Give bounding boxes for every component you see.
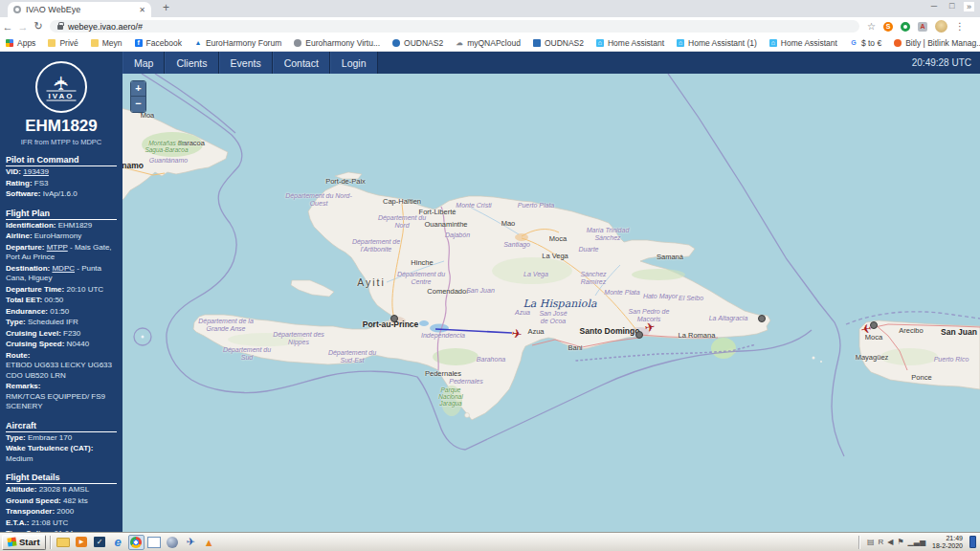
bookmark-item[interactable]: ⌂ Home Assistant <box>769 38 837 48</box>
speaker-icon[interactable]: ◀ <box>887 538 893 547</box>
bookmark-item[interactable]: Euroharmony Virtu... <box>294 38 380 48</box>
internet-explorer-icon[interactable] <box>110 535 126 550</box>
bookmark-apps[interactable]: Apps <box>6 38 35 48</box>
info-link[interactable]: MDPC <box>52 264 75 273</box>
map-svg[interactable] <box>122 74 980 532</box>
window-icon[interactable] <box>146 535 163 550</box>
info-link[interactable]: 193439 <box>23 167 49 176</box>
nav-item[interactable]: Events <box>219 52 273 74</box>
bookmark-favicon-icon: ⌂ <box>769 39 777 47</box>
plane-marker-2[interactable]: ✈ <box>644 320 657 335</box>
extension-green-icon[interactable] <box>901 22 910 32</box>
bookmark-item[interactable]: ⌂ Home Assistant (1) <box>677 38 757 48</box>
https-lock-icon <box>57 25 63 30</box>
windows-logo-icon <box>7 537 16 546</box>
back-icon[interactable]: ← <box>0 21 15 33</box>
flight-route-summary: IFR from MTPP to MDPC <box>6 138 117 146</box>
bookmarks-overflow-icon[interactable]: » <box>964 2 974 11</box>
tab-close-icon[interactable]: ✕ <box>139 6 145 14</box>
parque-jaragua <box>441 386 462 416</box>
airport-dot-santo-domingo[interactable] <box>635 331 643 339</box>
utc-clock: 20:49:28 UTC <box>903 52 980 74</box>
signal-icon[interactable]: ▁▃▅ <box>908 538 925 547</box>
bookmark-favicon-icon <box>392 39 400 47</box>
info-link[interactable]: MTPP <box>47 243 68 252</box>
info-row: Type: Scheduled IFR <box>6 318 117 328</box>
bookmark-favicon-icon <box>894 39 902 47</box>
bookmark-favicon-icon: ☁ <box>456 39 463 47</box>
system-tray: ▤R◀⚑▁▃▅ 21:49 18-2-2020 <box>855 535 978 549</box>
url-text[interactable]: webeye.ivao.aero/# <box>68 22 143 32</box>
bookmark-item[interactable]: f Facebook <box>135 38 182 48</box>
explorer-icon[interactable] <box>56 535 72 550</box>
info-row: Cruising Level: F230 <box>6 329 117 340</box>
bookmark-item[interactable]: G $ to € <box>850 38 881 48</box>
bookmark-item[interactable]: ☁ myQNAPcloud <box>456 38 521 48</box>
chrome-icon[interactable] <box>128 535 145 550</box>
zoom-out-button[interactable]: − <box>131 97 145 112</box>
bookmark-item[interactable]: OUDNAS2 <box>392 38 443 48</box>
map-canvas[interactable]: MoaBaracoaMontañas de Sagua-BaracoaGuant… <box>122 74 980 532</box>
window-minimize-icon[interactable]: ─ <box>931 1 937 11</box>
info-row: Altitude: 23028 ft AMSL <box>6 485 117 496</box>
nav-item[interactable]: Login <box>330 52 378 74</box>
browser-tab[interactable]: IVAO WebEye ✕ <box>8 2 151 17</box>
bookmark-star-icon[interactable]: ☆ <box>867 21 876 32</box>
lake-azuei <box>419 320 429 326</box>
extension-red-icon[interactable]: A <box>918 22 927 32</box>
airport-dot-port-au-prince[interactable] <box>390 315 398 322</box>
bookmark-item[interactable]: Bitly | Bitlink Manag... <box>894 38 980 48</box>
taskbar: Start ▤R◀⚑▁▃▅ 21:49 18-2-2020 <box>0 532 980 551</box>
bookmark-item[interactable]: OUDNAS2 <box>533 38 584 48</box>
plane-marker-ehm1829[interactable]: ✈ <box>511 327 523 341</box>
forward-icon[interactable]: → <box>15 21 31 33</box>
bookmark-item[interactable]: Privé <box>48 38 78 48</box>
profile-avatar[interactable] <box>935 20 947 33</box>
new-tab-button[interactable]: + <box>163 1 169 14</box>
address-bar[interactable]: webeye.ivao.aero/# <box>50 20 859 33</box>
urban-guantanamo <box>124 163 136 168</box>
bookmark-favicon-icon: ⌂ <box>596 39 604 47</box>
globe-icon[interactable] <box>165 535 181 550</box>
plane-marker-3[interactable]: ✈ <box>860 322 873 337</box>
reload-icon[interactable]: ↻ <box>31 20 46 33</box>
show-desktop-button[interactable] <box>969 536 976 548</box>
zoom-in-button[interactable]: + <box>131 81 145 97</box>
island-tortuga <box>335 172 362 179</box>
bookmark-favicon-icon: ▲ <box>194 39 202 47</box>
vlc-icon[interactable] <box>201 535 217 550</box>
section-title: Aircraft <box>6 421 117 432</box>
lake-enriquillo <box>430 324 449 333</box>
bookmark-item[interactable]: ⌂ Home Assistant <box>596 38 664 48</box>
section-title: Flight Details <box>6 473 117 484</box>
tray-clock[interactable]: 21:49 18-2-2020 <box>932 535 963 549</box>
bookmark-favicon-icon <box>91 39 99 47</box>
nav-item[interactable]: Clients <box>165 52 218 74</box>
bookmark-favicon-icon <box>48 39 56 47</box>
r-app-icon[interactable]: R <box>879 538 884 547</box>
info-row: Total EET: 00:50 <box>6 296 117 306</box>
bookmark-favicon-icon <box>6 39 13 47</box>
start-button[interactable]: Start <box>2 535 46 550</box>
flight-sim-icon[interactable] <box>183 535 199 550</box>
extension-orange-icon[interactable]: S <box>883 22 893 32</box>
taskbar-divider <box>50 536 51 549</box>
flag-icon[interactable]: ⚑ <box>897 538 903 547</box>
bookmarks-bar: Apps Privé Meyn f Facebook ▲ EuroHarmony… <box>0 35 980 52</box>
window-maximize-icon[interactable]: □ <box>949 1 954 11</box>
flight-info-sidebar: ✈ IVAO EHM1829 IFR from MTPP to MDPC Pil… <box>0 52 122 532</box>
webeye-navbar: MapClientsEventsContactLogin 20:49:28 UT… <box>122 52 980 74</box>
tasks-icon[interactable] <box>92 535 108 550</box>
mediaplayer-icon[interactable] <box>74 535 90 550</box>
ivao-logo: ✈ IVAO <box>35 61 87 113</box>
island-monito <box>820 361 822 363</box>
bookmark-item[interactable]: ▲ EuroHarmony Forum <box>194 38 281 48</box>
printer-icon[interactable]: ▤ <box>867 538 875 547</box>
nav-item[interactable]: Contact <box>273 52 330 74</box>
samana-ridge <box>632 269 685 280</box>
airport-dot-punta-cana[interactable] <box>758 315 766 322</box>
bookmark-item[interactable]: Meyn <box>91 38 122 48</box>
nav-item[interactable]: Map <box>122 52 165 74</box>
browser-menu-icon[interactable]: ⋮ <box>955 21 965 32</box>
navassa-island <box>142 336 145 339</box>
